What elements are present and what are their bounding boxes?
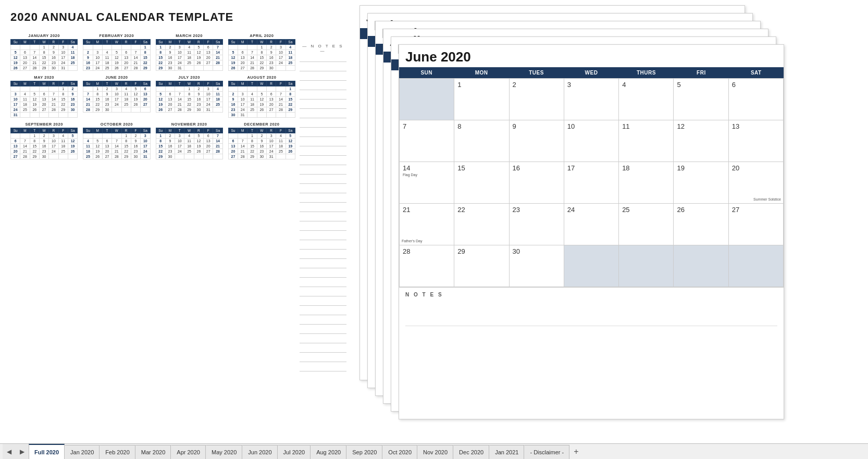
small-cal-day[interactable]: 22 (141, 60, 150, 66)
small-cal-day[interactable]: 24 (175, 60, 184, 66)
small-cal-day[interactable]: 1 (39, 45, 48, 50)
small-cal-day[interactable]: 2 (131, 133, 140, 139)
small-cal-day[interactable]: 29 (39, 66, 48, 71)
small-cal-day[interactable] (112, 107, 121, 113)
small-cal-day[interactable]: 14 (83, 97, 93, 102)
small-cal-day[interactable]: 18 (20, 102, 30, 107)
small-cal-day[interactable]: 22 (247, 149, 257, 154)
small-cal-day[interactable]: 27 (228, 154, 238, 159)
small-cal-day[interactable]: 30 (194, 107, 203, 113)
small-cal-day[interactable]: 2 (228, 92, 238, 97)
tab-jan-2020[interactable]: Jan 2020 (65, 445, 100, 459)
small-cal-day[interactable]: 14 (112, 144, 121, 149)
small-cal-day[interactable]: 13 (204, 50, 213, 55)
small-cal-day[interactable]: 21 (49, 102, 58, 107)
small-cal-day[interactable]: 10 (49, 139, 58, 144)
small-cal-day[interactable]: 9 (165, 50, 175, 55)
small-cal-day[interactable]: 11 (102, 55, 111, 60)
small-cal-day[interactable]: 11 (121, 92, 131, 97)
small-cal-day[interactable]: 23 (165, 149, 175, 154)
small-cal-day[interactable]: 23 (228, 107, 238, 113)
small-cal-day[interactable] (39, 113, 48, 118)
small-cal-day[interactable]: 15 (257, 55, 266, 60)
small-cal-day[interactable]: 30 (131, 154, 140, 159)
small-cal-day[interactable]: 2 (267, 45, 276, 50)
small-cal-day[interactable]: 2 (83, 50, 93, 55)
small-cal-day[interactable]: 26 (194, 60, 203, 66)
small-cal-day[interactable]: 21 (131, 60, 140, 66)
small-cal-day[interactable]: 1 (257, 45, 266, 50)
small-cal-day[interactable]: 1 (156, 133, 165, 139)
small-cal-day[interactable]: 30 (165, 66, 175, 71)
small-cal-day[interactable]: 10 (267, 139, 276, 144)
small-cal-day[interactable]: 22 (39, 60, 48, 66)
small-cal-day[interactable]: 19 (257, 102, 266, 107)
small-cal-day[interactable]: 5 (194, 45, 203, 50)
small-cal-day[interactable] (165, 86, 175, 92)
small-cal-day[interactable] (49, 113, 58, 118)
small-cal-day[interactable]: 30 (49, 66, 58, 71)
small-cal-day[interactable]: 23 (39, 149, 48, 154)
small-cal-day[interactable]: 19 (194, 55, 203, 60)
small-cal-day[interactable]: 20 (39, 102, 48, 107)
small-cal-day[interactable]: 10 (58, 50, 68, 55)
small-cal-day[interactable]: 7 (175, 92, 184, 97)
small-cal-day[interactable] (238, 45, 247, 50)
small-cal-day[interactable] (68, 113, 77, 118)
small-cal-day[interactable]: 1 (247, 133, 257, 139)
small-cal-day[interactable]: 11 (247, 97, 257, 102)
small-cal-day[interactable] (20, 133, 30, 139)
small-cal-day[interactable]: 21 (213, 144, 222, 149)
small-cal-day[interactable]: 14 (238, 144, 247, 149)
small-cal-day[interactable]: 10 (276, 50, 286, 55)
small-cal-day[interactable]: 29 (93, 107, 102, 113)
small-cal-day[interactable]: 18 (286, 55, 295, 60)
small-cal-day[interactable]: 11 (58, 139, 68, 144)
small-cal-day[interactable]: 24 (276, 60, 286, 66)
june-cell-11[interactable]: 11 (619, 120, 674, 162)
small-cal-day[interactable]: 24 (204, 102, 213, 107)
small-cal-day[interactable]: 15 (141, 55, 150, 60)
note-line[interactable] (300, 252, 346, 259)
small-cal-day[interactable]: 17 (238, 102, 247, 107)
note-line[interactable] (300, 195, 346, 203)
small-cal-day[interactable]: 12 (194, 50, 203, 55)
small-cal-day[interactable]: 10 (141, 139, 150, 144)
note-line[interactable] (300, 289, 346, 296)
small-cal-day[interactable]: 15 (247, 144, 257, 149)
small-cal-day[interactable] (30, 86, 39, 92)
small-cal-day[interactable]: 27 (165, 107, 175, 113)
small-cal-day[interactable]: 17 (49, 144, 58, 149)
small-cal-day[interactable]: 8 (30, 139, 39, 144)
small-cal-day[interactable]: 13 (165, 97, 175, 102)
small-cal-day[interactable]: 23 (83, 66, 93, 71)
small-cal-day[interactable]: 17 (175, 144, 184, 149)
june-cell-9[interactable]: 9 (510, 120, 564, 162)
small-cal-day[interactable]: 9 (165, 139, 175, 144)
small-cal-day[interactable]: 2 (194, 86, 203, 92)
small-cal-day[interactable]: 10 (204, 92, 213, 97)
note-line[interactable] (300, 308, 346, 315)
june-cell-7[interactable]: 7 (400, 120, 454, 162)
note-line[interactable] (300, 158, 346, 165)
small-cal-day[interactable] (102, 133, 111, 139)
small-cal-day[interactable]: 18 (184, 144, 194, 149)
small-cal-day[interactable]: 6 (165, 92, 175, 97)
small-cal-day[interactable] (58, 113, 68, 118)
small-cal-day[interactable]: 7 (131, 50, 140, 55)
small-cal-day[interactable]: 26 (194, 149, 203, 154)
small-cal-day[interactable]: 9 (194, 92, 203, 97)
small-cal-day[interactable] (49, 154, 58, 159)
small-cal-day[interactable]: 3 (93, 50, 102, 55)
small-cal-day[interactable]: 26 (286, 149, 295, 154)
small-cal-day[interactable] (247, 86, 257, 92)
small-cal-day[interactable]: 4 (102, 50, 111, 55)
small-cal-day[interactable]: 14 (276, 97, 286, 102)
note-line[interactable] (300, 186, 346, 193)
small-cal-day[interactable]: 19 (93, 149, 102, 154)
small-cal-day[interactable]: 26 (112, 66, 121, 71)
small-cal-day[interactable] (102, 45, 111, 50)
small-cal-day[interactable]: 21 (30, 60, 39, 66)
small-cal-day[interactable]: 11 (276, 139, 286, 144)
small-cal-day[interactable]: 16 (102, 97, 111, 102)
